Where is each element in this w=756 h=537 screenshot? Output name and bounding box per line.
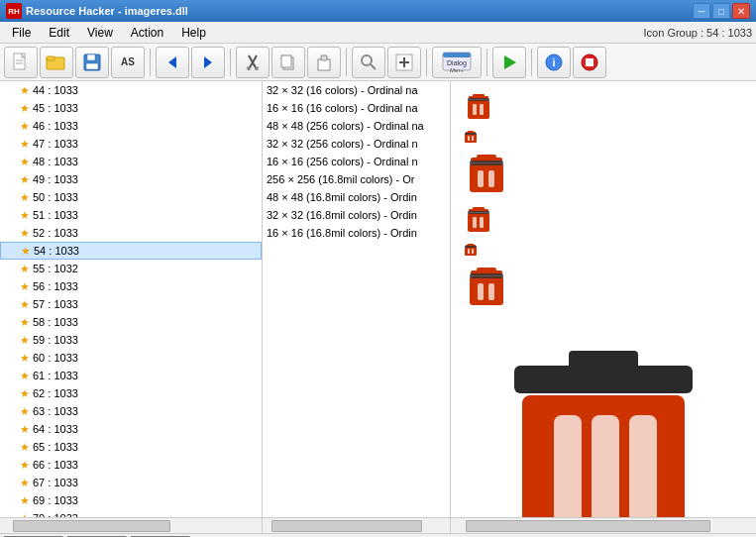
tree-item[interactable]: ★46 : 1033 bbox=[0, 117, 262, 135]
list-hscroll-thumb[interactable] bbox=[271, 520, 421, 532]
svg-rect-40 bbox=[465, 134, 477, 143]
list-item[interactable]: 32 × 32 (16.8mil colors) - Ordin bbox=[263, 206, 450, 224]
toolbar-cut-button[interactable] bbox=[236, 47, 270, 78]
tree-item[interactable]: ★55 : 1032 bbox=[0, 260, 262, 277]
toolbar: AS DialogMer+ i bbox=[0, 44, 756, 81]
toolbar-open-button[interactable] bbox=[40, 47, 73, 78]
tree-item-label: 70 : 1033 bbox=[33, 512, 78, 517]
tree-scroll[interactable]: ★44 : 1033★45 : 1033★46 : 1033★47 : 1033… bbox=[0, 81, 262, 517]
tree-item-label: 56 : 1033 bbox=[33, 280, 78, 292]
svg-point-13 bbox=[255, 66, 259, 70]
tree-item[interactable]: ★62 : 1033 bbox=[0, 384, 262, 402]
tree-item[interactable]: ★57 : 1033 bbox=[0, 295, 262, 313]
toolbar-save-as-button[interactable]: AS bbox=[111, 47, 145, 78]
tree-item[interactable]: ★65 : 1033 bbox=[0, 438, 262, 456]
list-scroll[interactable]: 32 × 32 (16 colors) - Ordinal na16 × 16 … bbox=[263, 81, 450, 517]
toolbar-stop-button[interactable] bbox=[573, 47, 606, 78]
svg-rect-55 bbox=[468, 211, 489, 214]
menu-action[interactable]: Action bbox=[123, 24, 171, 42]
tree-item[interactable]: ★61 : 1033 bbox=[0, 367, 262, 384]
svg-rect-52 bbox=[468, 213, 489, 232]
title-bar-left: RH Resource Hacker - imageres.dll bbox=[6, 3, 188, 19]
menu-help[interactable]: Help bbox=[173, 24, 214, 42]
svg-rect-60 bbox=[472, 249, 474, 254]
list-item[interactable]: 256 × 256 (16.8mil colors) - Or bbox=[263, 170, 450, 188]
svg-rect-45 bbox=[477, 155, 496, 161]
window-title: Resource Hacker - imageres.dll bbox=[26, 5, 188, 17]
tree-star-icon: ★ bbox=[20, 512, 30, 518]
list-item[interactable]: 16 × 16 (16.8mil colors) - Ordin bbox=[263, 224, 450, 242]
list-item[interactable]: 48 × 48 (256 colors) - Ordinal na bbox=[263, 117, 450, 135]
svg-rect-17 bbox=[321, 55, 327, 60]
list-item[interactable]: 32 × 32 (16 colors) - Ordinal na bbox=[263, 81, 450, 99]
preview-hscroll[interactable] bbox=[451, 518, 756, 533]
tree-item[interactable]: ★60 : 1033 bbox=[0, 349, 262, 367]
tree-item-label: 61 : 1033 bbox=[33, 370, 78, 381]
tree-item[interactable]: ★58 : 1033 bbox=[0, 313, 262, 331]
toolbar-paste-button[interactable] bbox=[307, 47, 341, 78]
preview-scroll[interactable] bbox=[451, 81, 756, 517]
svg-rect-6 bbox=[87, 54, 95, 60]
tree-hscroll-thumb[interactable] bbox=[13, 520, 169, 532]
svg-rect-49 bbox=[470, 161, 503, 165]
list-hscroll-track[interactable] bbox=[263, 519, 450, 533]
tree-item[interactable]: ★49 : 1033 bbox=[0, 170, 262, 188]
list-item[interactable]: 48 × 48 (16.8mil colors) - Ordin bbox=[263, 188, 450, 206]
tree-item-label: 60 : 1033 bbox=[33, 352, 78, 364]
list-item[interactable]: 16 × 16 (256 colors) - Ordinal n bbox=[263, 153, 450, 170]
tree-star-icon: ★ bbox=[20, 459, 30, 472]
tree-item[interactable]: ★54 : 1033 bbox=[0, 242, 262, 260]
toolbar-forward-button[interactable] bbox=[191, 47, 225, 78]
menu-view[interactable]: View bbox=[79, 24, 121, 42]
preview-hscroll-track[interactable] bbox=[451, 519, 756, 533]
tree-panel: ★44 : 1033★45 : 1033★46 : 1033★47 : 1033… bbox=[0, 81, 263, 517]
menu-file[interactable]: File bbox=[4, 24, 39, 42]
toolbar-add-button[interactable] bbox=[387, 47, 421, 78]
tree-item[interactable]: ★52 : 1033 bbox=[0, 224, 262, 242]
tree-item[interactable]: ★66 : 1033 bbox=[0, 456, 262, 474]
close-button[interactable]: ✕ bbox=[732, 3, 750, 19]
list-item[interactable]: 16 × 16 (16 colors) - Ordinal na bbox=[263, 99, 450, 117]
toolbar-play-button[interactable] bbox=[492, 47, 526, 78]
tree-star-icon: ★ bbox=[20, 120, 30, 133]
tree-item[interactable]: ★45 : 1033 bbox=[0, 99, 262, 117]
toolbar-find-button[interactable] bbox=[352, 47, 385, 78]
toolbar-sep-3 bbox=[346, 49, 347, 76]
tree-item[interactable]: ★70 : 1033 bbox=[0, 509, 262, 517]
preview-icon-4 bbox=[463, 202, 494, 238]
tree-hscroll[interactable] bbox=[0, 518, 263, 533]
tree-item[interactable]: ★50 : 1033 bbox=[0, 188, 262, 206]
tree-item[interactable]: ★69 : 1033 bbox=[0, 491, 262, 509]
tree-item-label: 49 : 1033 bbox=[33, 173, 78, 185]
tree-item[interactable]: ★48 : 1033 bbox=[0, 153, 262, 170]
preview-icon-2 bbox=[463, 127, 479, 147]
tree-item[interactable]: ★51 : 1033 bbox=[0, 206, 262, 224]
toolbar-new-button[interactable] bbox=[4, 47, 38, 78]
tree-item[interactable]: ★59 : 1033 bbox=[0, 331, 262, 349]
tree-item[interactable]: ★44 : 1033 bbox=[0, 81, 262, 99]
app-icon: RH bbox=[6, 3, 22, 19]
svg-rect-34 bbox=[468, 100, 489, 119]
toolbar-copy-button[interactable] bbox=[271, 47, 305, 78]
list-item[interactable]: 32 × 32 (256 colors) - Ordinal n bbox=[263, 135, 450, 153]
menu-edit[interactable]: Edit bbox=[41, 24, 77, 42]
tree-item[interactable]: ★67 : 1033 bbox=[0, 474, 262, 491]
tree-item[interactable]: ★47 : 1033 bbox=[0, 135, 262, 153]
toolbar-info-button[interactable]: i bbox=[537, 47, 571, 78]
toolbar-back-button[interactable] bbox=[156, 47, 189, 78]
list-hscroll[interactable] bbox=[263, 518, 451, 533]
tree-star-icon: ★ bbox=[20, 370, 30, 382]
minimize-button[interactable]: ─ bbox=[693, 3, 710, 19]
tree-item-label: 51 : 1033 bbox=[33, 209, 78, 221]
svg-rect-37 bbox=[468, 98, 489, 101]
tree-item[interactable]: ★56 : 1033 bbox=[0, 277, 262, 295]
preview-hscroll-thumb[interactable] bbox=[466, 520, 709, 532]
tree-hscroll-track[interactable] bbox=[0, 519, 262, 533]
tree-item[interactable]: ★63 : 1033 bbox=[0, 402, 262, 420]
tree-star-icon: ★ bbox=[20, 173, 30, 186]
toolbar-dialog-button[interactable]: DialogMer+ bbox=[432, 47, 482, 78]
tree-item[interactable]: ★64 : 1033 bbox=[0, 420, 262, 438]
maximize-button[interactable]: □ bbox=[712, 3, 730, 19]
toolbar-save-button[interactable] bbox=[75, 47, 109, 78]
svg-rect-59 bbox=[468, 249, 470, 254]
